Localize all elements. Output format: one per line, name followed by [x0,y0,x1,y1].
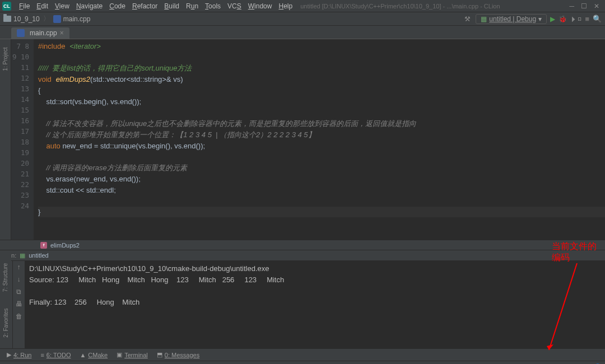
run-config-label: untitled | Debug [489,15,536,23]
menu-code[interactable]: Code [106,2,129,10]
run-target[interactable]: untitled [29,252,48,259]
menu-refactor[interactable]: Refactor [129,2,161,10]
menu-help[interactable]: Help [275,2,296,10]
menu-build[interactable]: Build [161,2,183,10]
search-icon[interactable]: 🔍 [593,15,602,23]
down-icon[interactable]: ↓ [17,276,21,283]
cpp-file-icon [17,29,25,37]
structure-tool-tab[interactable]: 7: Structure [3,263,9,292]
run-target-icon: ▦ [20,252,25,259]
annotation-text: 当前文件的 编码 [552,241,597,263]
tab-messages[interactable]: ⬒ 0: Messages [153,351,203,358]
editor-breadcrumb: f elimDups2 [0,240,605,250]
tab-cmake[interactable]: ▲ CMake [76,352,111,358]
menu-bar: CL File Edit View Navigate Code Refactor… [0,0,605,12]
tab-label: main.cpp [30,29,57,37]
function-badge-icon: f [40,242,47,249]
menu-run[interactable]: Run [183,2,202,10]
favorites-tool-tab[interactable]: 2: Favorites [3,308,9,337]
wrap-icon[interactable]: ⧉ [16,288,21,296]
console-output[interactable]: D:\LINUX\Study\C++Primer\ch10\10_9_10\cm… [25,261,605,348]
attach-button[interactable]: ⏵⊡ [570,15,581,23]
config-target-icon: ▦ [481,15,487,23]
left-tool-strip-bottom: 7: Structure 2: Favorites [0,252,11,339]
clear-icon[interactable]: 🗑 [16,312,22,320]
run-panel-header: Run: ▦ untitled [0,250,605,261]
minimize-icon[interactable]: ─ [569,2,574,10]
run-button[interactable]: ▶ [550,15,555,23]
maximize-icon[interactable]: ☐ [581,2,587,10]
folder-icon [3,16,11,22]
stop-button[interactable]: ■ [585,15,589,23]
window-title: untitled [D:\LINUX\Study\C++Primer\ch10\… [300,3,500,10]
menu-file[interactable]: File [16,2,33,10]
menu-vcs[interactable]: VCS [224,2,245,10]
cpp-file-icon [53,15,61,23]
project-tool-tab[interactable]: 1: Project [2,47,8,71]
console-line: Source: 123 Mitch Hong Mitch Hong 123 Mi… [29,276,284,284]
navigation-bar: 10_9_10 〉 main.cpp ⚒ ▦ untitled | Debug … [0,12,605,26]
tab-close-icon[interactable]: × [60,29,64,37]
build-icon[interactable]: ⚒ [464,15,472,23]
code-comment: ///// 要是list的话，得用它自己的sort,unique方法 [38,64,192,72]
tab-terminal[interactable]: ▣ Terminal [113,351,151,358]
breadcrumb-file[interactable]: main.cpp [63,15,91,23]
tab-run[interactable]: ▶ 4: Run [3,351,35,358]
tab-todo[interactable]: ≡ 6: TODO [37,352,74,358]
menu-window[interactable]: Window [245,2,276,10]
run-panel: ▶ ■ ⇤ ⊘ ↑ ↓ ⧉ 🖶 🗑 D:\LINUX\Study\C++Prim… [0,261,605,348]
menu-tools[interactable]: Tools [202,2,224,10]
file-tabs: main.cpp × [0,26,605,39]
print-icon[interactable]: 🖶 [16,300,22,308]
tab-main-cpp[interactable]: main.cpp × [11,27,69,39]
menu-navigate[interactable]: Navigate [73,2,106,10]
status-bar: ☐ Build finished in 2 s 523 ms (3 minute… [0,361,605,364]
line-gutter: 7 8 9 10 11 12 13 14 15 16 17 18 19 20 2… [11,39,34,240]
run-config-selector[interactable]: ▦ untitled | Debug ▾ [476,14,547,24]
code-editor[interactable]: #include <iterator> ///// 要是list的话，得用它自己… [34,39,605,240]
run-toolbar-right: ↑ ↓ ⧉ 🖶 🗑 [12,261,25,348]
console-line: Finally: 123 256 Hong Mitch [29,298,139,306]
left-tool-strip: 1: Project [0,39,11,240]
app-icon: CL [2,2,11,11]
bottom-tool-tabs: ▶ 4: Run ≡ 6: TODO ▲ CMake ▣ Terminal ⬒ … [0,348,605,361]
menu-view[interactable]: View [52,2,73,10]
dropdown-icon: ▾ [538,15,542,23]
close-icon[interactable]: ✕ [594,2,599,10]
debug-button[interactable]: 🐞 [559,15,567,23]
breadcrumb-project[interactable]: 10_9_10 [13,15,40,23]
console-path: D:\LINUX\Study\C++Primer\ch10\10_9_10\cm… [29,264,269,273]
chevron-right-icon: 〉 [43,14,50,24]
menu-edit[interactable]: Edit [33,2,52,10]
breadcrumb-function[interactable]: elimDups2 [50,242,80,249]
up-icon[interactable]: ↑ [17,263,21,271]
